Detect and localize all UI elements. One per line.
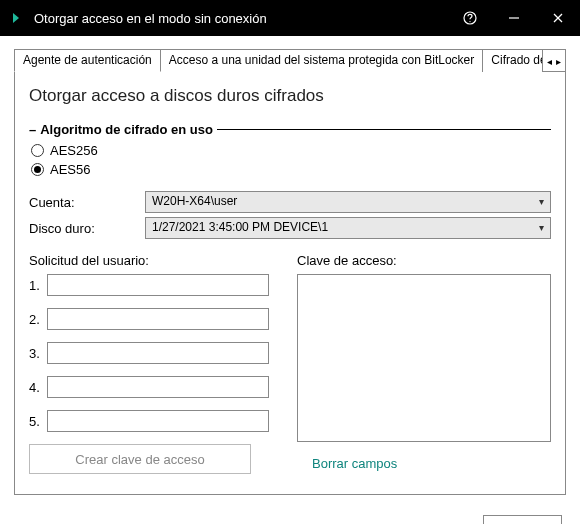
request-input-1[interactable] — [47, 274, 269, 296]
radio-icon — [31, 163, 44, 176]
minimize-button[interactable] — [492, 0, 536, 36]
account-label: Cuenta: — [29, 195, 145, 210]
title-bar: Otorgar acceso en el modo sin conexión — [0, 0, 580, 36]
request-num: 4. — [29, 380, 47, 395]
disk-select[interactable]: 1/27/2021 3:45:00 PM DEVICE\1 ▾ — [145, 217, 551, 239]
create-key-button[interactable]: Crear clave de acceso — [29, 444, 251, 474]
request-num: 3. — [29, 346, 47, 361]
tab-scroll-right-icon[interactable]: ▸ — [554, 56, 563, 67]
request-label: Solicitud del usuario: — [29, 253, 269, 268]
window-title: Otorgar acceso en el modo sin conexión — [34, 11, 448, 26]
disk-label: Disco duro: — [29, 221, 145, 236]
radio-group: AES256 AES56 — [31, 143, 551, 177]
radio-aes256[interactable]: AES256 — [31, 143, 551, 158]
request-input-3[interactable] — [47, 342, 269, 364]
tab-scroll[interactable]: ◂ ▸ — [542, 49, 566, 72]
chevron-down-icon: ▾ — [539, 222, 544, 233]
footer: Ayuda Cerrar — [0, 505, 580, 524]
disk-value: 1/27/2021 3:45:00 PM DEVICE\1 — [152, 220, 328, 234]
page-title: Otorgar acceso a discos duros cifrados — [29, 86, 551, 106]
help-icon[interactable] — [448, 0, 492, 36]
tab-auth-agent[interactable]: Agente de autenticación — [14, 49, 161, 72]
group-dash: – — [29, 122, 36, 137]
radio-aes56[interactable]: AES56 — [31, 162, 551, 177]
account-select[interactable]: W20H-X64\user ▾ — [145, 191, 551, 213]
tab-bar: Agente de autenticación Acceso a una uni… — [14, 48, 566, 72]
close-button[interactable] — [536, 0, 580, 36]
group-header: – Algoritmo de cifrado en uso — [29, 122, 551, 137]
request-num: 2. — [29, 312, 47, 327]
access-key-textarea[interactable] — [297, 274, 551, 442]
app-logo-icon — [10, 10, 26, 26]
account-value: W20H-X64\user — [152, 194, 237, 208]
close-dialog-button[interactable]: Cerrar — [483, 515, 562, 524]
tab-panel: Otorgar acceso a discos duros cifrados –… — [14, 72, 566, 495]
clear-fields-button[interactable]: Borrar campos — [297, 448, 412, 478]
radio-label: AES56 — [50, 162, 90, 177]
tab-bitlocker[interactable]: Acceso a una unidad del sistema protegid… — [160, 49, 484, 72]
chevron-down-icon: ▾ — [539, 196, 544, 207]
request-num: 5. — [29, 414, 47, 429]
tab-scroll-left-icon[interactable]: ◂ — [545, 56, 554, 67]
request-num: 1. — [29, 278, 47, 293]
tab-data-encryption[interactable]: Cifrado de dat — [482, 49, 543, 72]
request-input-2[interactable] — [47, 308, 269, 330]
request-input-4[interactable] — [47, 376, 269, 398]
radio-icon — [31, 144, 44, 157]
svg-point-2 — [469, 21, 470, 22]
group-title: Algoritmo de cifrado en uso — [40, 122, 213, 137]
request-input-5[interactable] — [47, 410, 269, 432]
group-rule — [217, 129, 551, 130]
radio-label: AES256 — [50, 143, 98, 158]
svg-marker-0 — [13, 13, 19, 23]
key-label: Clave de acceso: — [297, 253, 551, 268]
